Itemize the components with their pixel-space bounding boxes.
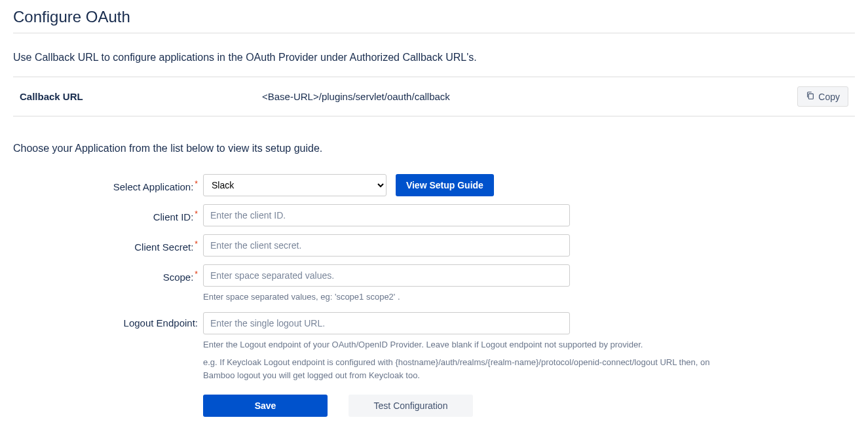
- logout-endpoint-label: Logout Endpoint:: [13, 312, 203, 328]
- client-secret-label: Client Secret:*: [13, 234, 203, 253]
- callback-url-value: <Base-URL>/plugins/servlet/oauth/callbac…: [262, 91, 797, 102]
- select-application-label: Select Application:*: [13, 174, 203, 192]
- logout-help-text-1: Enter the Logout endpoint of your OAuth/…: [203, 338, 727, 352]
- svg-rect-0: [809, 94, 814, 99]
- intro-text: Use Callback URL to configure applicatio…: [13, 52, 855, 63]
- view-setup-guide-button[interactable]: View Setup Guide: [396, 174, 494, 196]
- scope-label: Scope:*: [13, 264, 203, 283]
- callback-url-block: Callback URL <Base-URL>/plugins/servlet/…: [13, 77, 855, 116]
- copy-button-label: Copy: [818, 92, 840, 102]
- client-secret-input[interactable]: [203, 234, 570, 257]
- logout-help-text-2: e.g. If Keycloak Logout endpoint is conf…: [203, 356, 727, 383]
- copy-icon: [806, 91, 815, 102]
- callback-url-label: Callback URL: [13, 91, 262, 102]
- save-button[interactable]: Save: [203, 395, 328, 417]
- logout-endpoint-input[interactable]: [203, 312, 570, 334]
- page-title: Configure OAuth: [13, 8, 855, 33]
- select-application-dropdown[interactable]: Slack: [203, 174, 387, 196]
- test-configuration-button[interactable]: Test Configuration: [349, 395, 473, 417]
- copy-button[interactable]: Copy: [797, 86, 848, 107]
- scope-help-text: Enter space separated values, eg: 'scope…: [203, 291, 727, 304]
- choose-app-text: Choose your Application from the list be…: [13, 143, 855, 154]
- client-id-label: Client ID:*: [13, 204, 203, 222]
- client-id-input[interactable]: [203, 204, 570, 226]
- scope-input[interactable]: [203, 264, 570, 287]
